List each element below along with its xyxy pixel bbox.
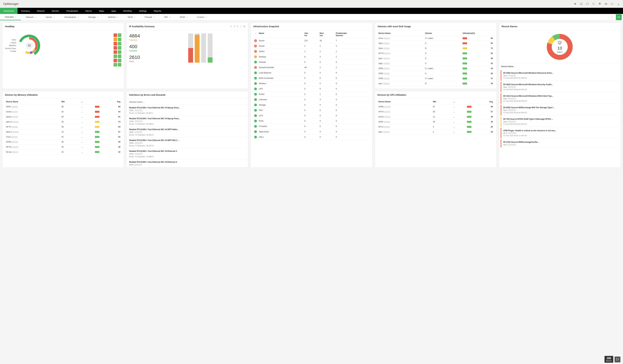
presentation-icon[interactable] [580,2,583,5]
interface-row[interactable]: Realtek RTL8139C+ Fast Ethernet NIC #3-E… [127,149,248,159]
table-row[interactable]: OPMC:38 [378,71,494,76]
table-row[interactable]: ✓TapeLibrary000 [253,129,370,134]
interface-row[interactable]: Realtek RTL8139C+ Fast Ethernet NIC #3-W… [127,138,248,149]
subnav-custom[interactable]: Custom▾ [192,14,212,20]
gear-icon[interactable] [611,2,614,5]
heatmap-tile[interactable] [118,46,121,50]
table-row[interactable]: ✕Server215207 [253,38,370,43]
heatmap-tile[interactable] [113,46,117,50]
edit-icon[interactable]: ✎ [237,25,238,28]
heatmap-tile[interactable] [118,38,121,41]
table-row[interactable]: HP D4...29 [378,124,494,129]
table-row[interactable]: ✓UPS000 [253,86,370,92]
table-row[interactable]: OpmC:95 [378,41,494,46]
table-row[interactable]: ✕Router222 [253,43,370,49]
subnav-ncm[interactable]: NCM▾ [123,14,140,20]
heatmap-tile[interactable] [113,33,117,37]
interface-row[interactable]: Realtek RTL8139C+ Fast Ethernet NIC #3-N… [127,105,248,116]
table-row[interactable]: ✓Unknown030 [253,97,370,102]
heatmap-tile[interactable] [118,50,121,54]
interface-row[interactable]: Realtek RTL8139C+ Fast Ethernet NIC #3-W… [127,127,248,138]
subnav-dpi[interactable]: DPI▾ [159,14,175,20]
table-row[interactable]: OPM-30...39 [378,119,494,124]
alarm-row[interactable]: APM Plugin: Health is critical as the re… [501,128,619,138]
table-row[interactable]: opm-D:35 [378,81,494,86]
alarms-donut[interactable]: 10 Alarm [546,33,574,61]
subnav-storage[interactable]: Storage▾ [83,14,103,20]
table-row[interactable]: Opm-215...57 [5,129,121,134]
subnav-ipam[interactable]: IPAM▾ [175,14,192,20]
user-icon[interactable] [617,2,620,5]
table-row[interactable]: HP Pr35...57 [378,109,494,114]
favorite-icon[interactable]: ☆ [610,14,615,20]
table-row[interactable]: ✕Switch121 [253,49,370,54]
table-row[interactable]: ✓Firewall000 [253,60,370,65]
alarm-row[interactable]: ID=2004 Source=Microsoft-Windows-Resourc… [501,70,619,81]
search-icon[interactable] [592,2,595,5]
heatmap-tile[interactable] [118,33,121,37]
table-row[interactable]: OPMc97...99 [378,104,494,109]
table-row[interactable]: ✓Wireless000 [253,81,370,86]
interface-row[interactable]: Realtek RTL8139C+ Fast Ethernet NIC #4-E… [127,159,248,168]
refresh-icon[interactable]: ↻ [230,25,232,28]
table-row[interactable]: OPM-98...98 [5,104,121,109]
subnav-virtualization[interactable]: Virtualization▾ [59,14,83,20]
heatmap-tile[interactable] [113,59,117,62]
subnav-firewall[interactable]: Firewall▾ [140,14,159,20]
alarm-row[interactable]: ID=1014 Source=Microsoft-Windows-DNS-Cli… [501,93,619,104]
table-row[interactable]: N2-op42...42 [5,150,121,155]
nav-network[interactable]: Network [33,8,48,14]
table-row[interactable]: HP Pr59...63 [5,124,121,129]
table-row[interactable]: !Desktop832 [253,54,370,60]
table-row[interactable]: HP DL35...45 [5,145,121,150]
table-row[interactable]: ✓FCSwitch000 [253,124,370,129]
heatmap-tile[interactable] [113,42,117,45]
table-row[interactable]: vCent92...93 [5,109,121,114]
table-row[interactable]: opm-C:48 [378,56,494,61]
table-row[interactable]: ✓RAID000 [253,118,370,124]
subnav-netflow[interactable]: NetFlow▾ [103,14,123,20]
table-row[interactable]: ✓Printer010 [253,92,370,97]
table-row[interactable]: opm-1...28 [378,129,494,134]
heatmap-tile[interactable] [118,55,121,58]
rocket-icon[interactable] [574,2,577,5]
nav-dashboard[interactable]: Dashboard [0,8,18,14]
nav-reports[interactable]: Reports [150,8,165,14]
nav-maps[interactable]: Maps [95,8,108,14]
table-row[interactable]: vijay-C:43 [378,61,494,66]
nav-workflow[interactable]: Workflow [120,8,135,14]
bell-icon[interactable] [598,2,601,5]
heatmap-gauge[interactable]: 33 [17,33,41,58]
table-row[interactable]: ✓UCS000 [253,113,370,118]
subnav-network[interactable]: Network▾ [21,14,41,20]
subnav-overview[interactable]: Overview▾ [0,14,21,20]
table-row[interactable]: Cisco52...52 [5,134,121,140]
heatmap-tile[interactable] [113,63,117,66]
table-row[interactable]: ✓URLs000 [253,134,370,140]
nav-apps[interactable]: Apps [108,8,120,14]
table-row[interactable]: Opma80...81 [5,114,121,119]
heatmap-tile[interactable] [118,42,121,45]
close-icon[interactable]: 🗑 [244,25,245,28]
table-row[interactable]: ✓Load Balancer000 [253,70,370,76]
table-row[interactable]: k16-D11...49 [378,114,494,119]
expand-icon[interactable]: ⛶ [240,25,242,28]
nav-inventory[interactable]: Inventory [18,8,33,14]
alarm-row[interactable]: ID=700 Source=NTDS ISAM Type=3 Message=N… [501,116,619,127]
table-row[interactable]: HP PiC:52 [378,51,494,56]
heatmap-tile[interactable] [118,59,121,62]
table-row[interactable]: ✓WAN Accelerator000 [253,76,370,81]
table-row[interactable]: OPMc45...46 [5,140,121,145]
table-row[interactable]: ✓PDU000 [253,108,370,113]
table-row[interactable]: opm-w26...74 [5,119,121,124]
interface-row[interactable]: Realtek RTL8139C+ Fast Ethernet NIC #3-N… [127,116,248,127]
ip-bar-chart[interactable] [188,33,246,63]
apps-icon[interactable] [604,2,607,5]
table-row[interactable]: OPMC:\ Label...42 [378,66,494,71]
table-row[interactable]: vCenC:\ Label...96 [378,36,494,41]
alarm-row[interactable]: ID=6002 Source=MSExchange Mid-Tier Stora… [501,105,619,115]
alarm-row[interactable]: ID=4625 Source=Microsoft-Windows-Securit… [501,82,619,92]
subnav-server[interactable]: Server▾ [41,14,59,20]
heatmap-tile[interactable] [113,38,117,41]
nav-servers[interactable]: Servers [48,8,63,14]
